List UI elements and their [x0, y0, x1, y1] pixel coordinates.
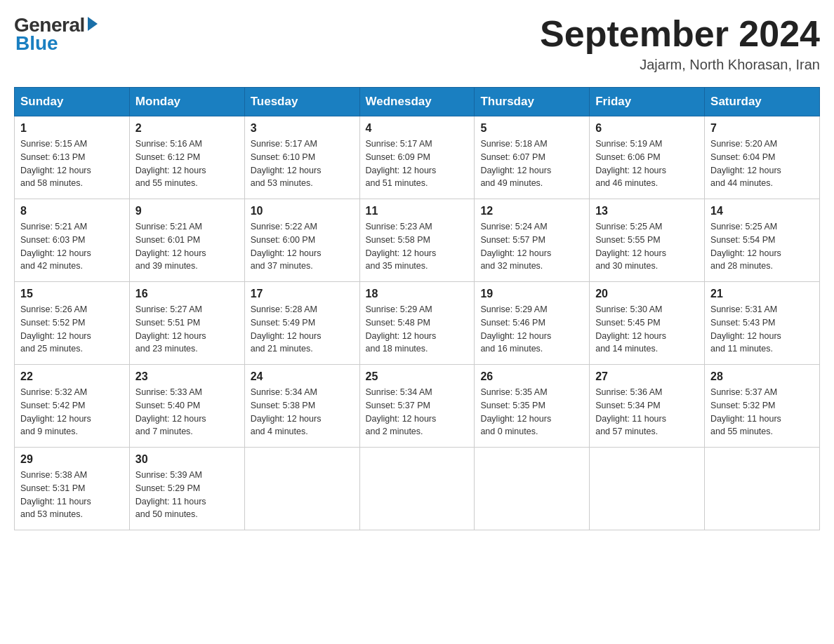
day-info: Sunrise: 5:33 AMSunset: 5:40 PMDaylight:…: [135, 386, 239, 438]
calendar-week-row: 8Sunrise: 5:21 AMSunset: 6:03 PMDaylight…: [15, 199, 820, 282]
day-number: 22: [20, 370, 124, 383]
day-number: 18: [366, 288, 469, 300]
calendar-cell: 11Sunrise: 5:23 AMSunset: 5:58 PMDayligh…: [359, 199, 475, 282]
calendar-cell: [244, 448, 359, 530]
day-info: Sunrise: 5:30 AMSunset: 5:45 PMDaylight:…: [595, 303, 699, 356]
calendar-week-row: 1Sunrise: 5:15 AMSunset: 6:13 PMDaylight…: [15, 116, 820, 199]
day-number: 30: [135, 453, 239, 466]
calendar-week-row: 15Sunrise: 5:26 AMSunset: 5:52 PMDayligh…: [15, 282, 820, 365]
day-info: Sunrise: 5:34 AMSunset: 5:38 PMDaylight:…: [251, 386, 354, 438]
calendar-cell: 21Sunrise: 5:31 AMSunset: 5:43 PMDayligh…: [705, 282, 820, 365]
logo-arrow-icon: [88, 17, 98, 31]
day-info: Sunrise: 5:20 AMSunset: 6:04 PMDaylight:…: [710, 137, 814, 190]
calendar-cell: 15Sunrise: 5:26 AMSunset: 5:52 PMDayligh…: [15, 282, 130, 365]
day-number: 2: [135, 122, 239, 135]
day-number: 4: [366, 122, 469, 135]
day-info: Sunrise: 5:21 AMSunset: 6:03 PMDaylight:…: [20, 220, 124, 273]
calendar-cell: [590, 448, 705, 530]
calendar-header-wednesday: Wednesday: [359, 88, 475, 116]
day-info: Sunrise: 5:25 AMSunset: 5:55 PMDaylight:…: [595, 220, 699, 273]
day-info: Sunrise: 5:32 AMSunset: 5:42 PMDaylight:…: [20, 386, 124, 438]
day-info: Sunrise: 5:15 AMSunset: 6:13 PMDaylight:…: [20, 137, 124, 190]
calendar-table: SundayMondayTuesdayWednesdayThursdayFrid…: [14, 87, 820, 530]
calendar-cell: 26Sunrise: 5:35 AMSunset: 5:35 PMDayligh…: [475, 365, 590, 448]
day-info: Sunrise: 5:27 AMSunset: 5:51 PMDaylight:…: [135, 303, 239, 356]
calendar-week-row: 29Sunrise: 5:38 AMSunset: 5:31 PMDayligh…: [15, 448, 820, 530]
day-number: 29: [20, 453, 124, 466]
day-number: 23: [135, 370, 239, 383]
day-number: 20: [595, 288, 699, 300]
day-number: 27: [595, 370, 699, 383]
month-title: September 2024: [540, 14, 820, 54]
day-number: 17: [251, 288, 354, 300]
calendar-week-row: 22Sunrise: 5:32 AMSunset: 5:42 PMDayligh…: [15, 365, 820, 448]
calendar-cell: 5Sunrise: 5:18 AMSunset: 6:07 PMDaylight…: [475, 116, 590, 199]
day-info: Sunrise: 5:29 AMSunset: 5:46 PMDaylight:…: [480, 303, 583, 356]
day-number: 28: [710, 370, 814, 383]
day-number: 19: [480, 288, 583, 300]
calendar-cell: 1Sunrise: 5:15 AMSunset: 6:13 PMDaylight…: [15, 116, 130, 199]
calendar-header-sunday: Sunday: [15, 88, 130, 116]
day-number: 6: [595, 122, 699, 135]
day-number: 13: [595, 205, 699, 217]
day-number: 12: [480, 205, 583, 217]
day-number: 16: [135, 288, 239, 300]
calendar-header-row: SundayMondayTuesdayWednesdayThursdayFrid…: [15, 88, 820, 116]
calendar-cell: 20Sunrise: 5:30 AMSunset: 5:45 PMDayligh…: [590, 282, 705, 365]
calendar-cell: 17Sunrise: 5:28 AMSunset: 5:49 PMDayligh…: [244, 282, 359, 365]
day-info: Sunrise: 5:21 AMSunset: 6:01 PMDaylight:…: [135, 220, 239, 273]
day-info: Sunrise: 5:22 AMSunset: 6:00 PMDaylight:…: [251, 220, 354, 273]
day-number: 1: [20, 122, 124, 135]
day-info: Sunrise: 5:25 AMSunset: 5:54 PMDaylight:…: [710, 220, 814, 273]
day-info: Sunrise: 5:38 AMSunset: 5:31 PMDaylight:…: [20, 469, 124, 521]
calendar-cell: [705, 448, 820, 530]
calendar-cell: 27Sunrise: 5:36 AMSunset: 5:34 PMDayligh…: [590, 365, 705, 448]
day-number: 3: [251, 122, 354, 135]
calendar-cell: 16Sunrise: 5:27 AMSunset: 5:51 PMDayligh…: [129, 282, 244, 365]
day-info: Sunrise: 5:36 AMSunset: 5:34 PMDaylight:…: [595, 386, 699, 438]
title-section: September 2024 Jajarm, North Khorasan, I…: [540, 14, 820, 73]
calendar-header-tuesday: Tuesday: [244, 88, 359, 116]
calendar-cell: 3Sunrise: 5:17 AMSunset: 6:10 PMDaylight…: [244, 116, 359, 199]
calendar-cell: 7Sunrise: 5:20 AMSunset: 6:04 PMDaylight…: [705, 116, 820, 199]
day-info: Sunrise: 5:17 AMSunset: 6:10 PMDaylight:…: [251, 137, 354, 190]
day-info: Sunrise: 5:16 AMSunset: 6:12 PMDaylight:…: [135, 137, 239, 190]
calendar-header-thursday: Thursday: [475, 88, 590, 116]
day-number: 15: [20, 288, 124, 300]
day-number: 8: [20, 205, 124, 217]
calendar-cell: 8Sunrise: 5:21 AMSunset: 6:03 PMDaylight…: [15, 199, 130, 282]
calendar-cell: 12Sunrise: 5:24 AMSunset: 5:57 PMDayligh…: [475, 199, 590, 282]
day-number: 11: [366, 205, 469, 217]
day-info: Sunrise: 5:39 AMSunset: 5:29 PMDaylight:…: [135, 469, 239, 521]
day-info: Sunrise: 5:31 AMSunset: 5:43 PMDaylight:…: [710, 303, 814, 356]
day-number: 5: [480, 122, 583, 135]
calendar-cell: [359, 448, 475, 530]
calendar-cell: 29Sunrise: 5:38 AMSunset: 5:31 PMDayligh…: [15, 448, 130, 530]
day-number: 21: [710, 288, 814, 300]
logo-blue-text: Blue: [14, 32, 58, 55]
location-text: Jajarm, North Khorasan, Iran: [540, 57, 820, 73]
day-info: Sunrise: 5:28 AMSunset: 5:49 PMDaylight:…: [251, 303, 354, 356]
calendar-cell: 10Sunrise: 5:22 AMSunset: 6:00 PMDayligh…: [244, 199, 359, 282]
calendar-cell: 6Sunrise: 5:19 AMSunset: 6:06 PMDaylight…: [590, 116, 705, 199]
calendar-cell: 25Sunrise: 5:34 AMSunset: 5:37 PMDayligh…: [359, 365, 475, 448]
day-number: 9: [135, 205, 239, 217]
calendar-cell: 19Sunrise: 5:29 AMSunset: 5:46 PMDayligh…: [475, 282, 590, 365]
calendar-header-saturday: Saturday: [705, 88, 820, 116]
day-number: 25: [366, 370, 469, 383]
logo: General Blue: [14, 14, 98, 55]
calendar-cell: 14Sunrise: 5:25 AMSunset: 5:54 PMDayligh…: [705, 199, 820, 282]
day-info: Sunrise: 5:26 AMSunset: 5:52 PMDaylight:…: [20, 303, 124, 356]
calendar-cell: 30Sunrise: 5:39 AMSunset: 5:29 PMDayligh…: [129, 448, 244, 530]
calendar-header-friday: Friday: [590, 88, 705, 116]
day-info: Sunrise: 5:35 AMSunset: 5:35 PMDaylight:…: [480, 386, 583, 438]
day-info: Sunrise: 5:24 AMSunset: 5:57 PMDaylight:…: [480, 220, 583, 273]
calendar-cell: 28Sunrise: 5:37 AMSunset: 5:32 PMDayligh…: [705, 365, 820, 448]
day-info: Sunrise: 5:29 AMSunset: 5:48 PMDaylight:…: [366, 303, 469, 356]
calendar-cell: 9Sunrise: 5:21 AMSunset: 6:01 PMDaylight…: [129, 199, 244, 282]
day-info: Sunrise: 5:19 AMSunset: 6:06 PMDaylight:…: [595, 137, 699, 190]
day-number: 7: [710, 122, 814, 135]
day-info: Sunrise: 5:17 AMSunset: 6:09 PMDaylight:…: [366, 137, 469, 190]
calendar-cell: 4Sunrise: 5:17 AMSunset: 6:09 PMDaylight…: [359, 116, 475, 199]
day-number: 14: [710, 205, 814, 217]
